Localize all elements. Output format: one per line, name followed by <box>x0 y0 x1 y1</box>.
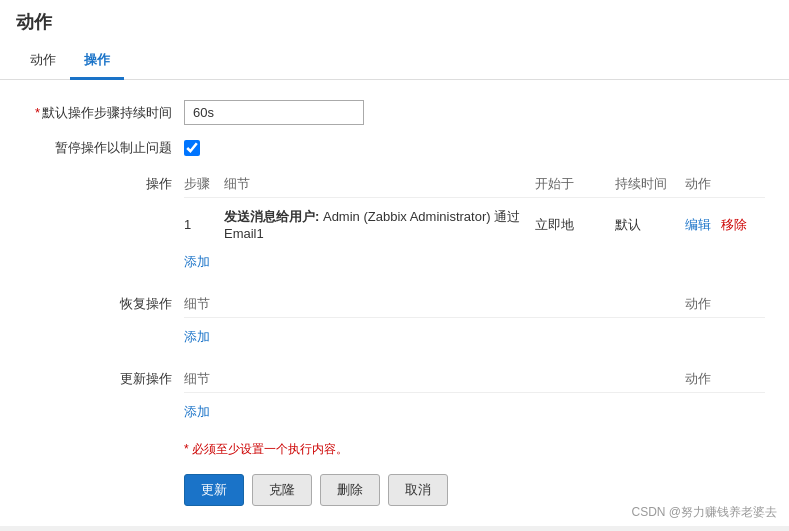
detail-text: 发送消息给用户: Admin (Zabbix Administrator) 通过… <box>224 208 535 241</box>
operations-label: 操作 <box>24 171 184 271</box>
recovery-col-detail: 细节 <box>184 295 685 313</box>
recovery-label: 恢复操作 <box>24 291 184 346</box>
recovery-content: 细节 动作 添加 <box>184 291 765 346</box>
page-wrapper: 动作 动作 操作 *默认操作步骤持续时间 暂停操作以制止问题 操作 步骤 <box>0 0 789 531</box>
duration-row: *默认操作步骤持续时间 <box>24 100 765 125</box>
start-value: 立即地 <box>535 216 615 234</box>
recovery-col-action: 动作 <box>685 295 765 313</box>
recovery-add-link[interactable]: 添加 <box>184 328 210 346</box>
tab-operation[interactable]: 操作 <box>70 43 124 80</box>
operations-add-link[interactable]: 添加 <box>184 253 210 271</box>
pause-row: 暂停操作以制止问题 <box>24 139 765 157</box>
action-links: 编辑 移除 <box>685 216 765 234</box>
page-title: 动作 <box>16 10 773 42</box>
remove-link[interactable]: 移除 <box>721 217 747 232</box>
update-button[interactable]: 更新 <box>184 474 244 506</box>
detail-prefix: 发送消息给用户: <box>224 209 319 224</box>
page-header: 动作 动作 操作 <box>0 0 789 80</box>
button-row: 更新 克隆 删除 取消 <box>24 474 765 506</box>
table-row: 1 发送消息给用户: Admin (Zabbix Administrator) … <box>184 202 765 247</box>
cancel-button[interactable]: 取消 <box>388 474 448 506</box>
update-col-detail: 细节 <box>184 370 685 388</box>
tabs: 动作 操作 <box>16 42 773 79</box>
update-section: 更新操作 细节 动作 添加 <box>24 366 765 421</box>
watermark: CSDN @努力赚钱养老婆去 <box>631 504 777 521</box>
col-action: 动作 <box>685 175 765 193</box>
operations-section: 操作 步骤 细节 开始于 持续时间 动作 1 发送消息给用户: Admin (Z… <box>24 171 765 271</box>
clone-button[interactable]: 克隆 <box>252 474 312 506</box>
pause-label: 暂停操作以制止问题 <box>24 139 184 157</box>
update-col-action: 动作 <box>685 370 765 388</box>
duration-value: 默认 <box>615 216 685 234</box>
detail-user: Admin (Zabbix Administrator) <box>323 209 491 224</box>
duration-label: *默认操作步骤持续时间 <box>24 104 184 122</box>
ops-table-header: 步骤 细节 开始于 持续时间 动作 <box>184 171 765 198</box>
delete-button[interactable]: 删除 <box>320 474 380 506</box>
col-duration: 持续时间 <box>615 175 685 193</box>
detail-via: 通过 <box>494 209 520 224</box>
recovery-table-header: 细节 动作 <box>184 291 765 318</box>
recovery-section: 恢复操作 细节 动作 添加 <box>24 291 765 346</box>
col-start: 开始于 <box>535 175 615 193</box>
operations-content: 步骤 细节 开始于 持续时间 动作 1 发送消息给用户: Admin (Zabb… <box>184 171 765 271</box>
tab-action[interactable]: 动作 <box>16 43 70 80</box>
col-step: 步骤 <box>184 175 224 193</box>
step-number: 1 <box>184 217 224 232</box>
col-detail: 细节 <box>224 175 535 193</box>
update-add-link[interactable]: 添加 <box>184 403 210 421</box>
update-table-header: 细节 动作 <box>184 366 765 393</box>
required-note: * 必须至少设置一个执行内容。 <box>24 441 765 458</box>
update-content: 细节 动作 添加 <box>184 366 765 421</box>
pause-checkbox[interactable] <box>184 140 200 156</box>
edit-link[interactable]: 编辑 <box>685 217 711 232</box>
required-star: * <box>35 105 40 120</box>
duration-input[interactable] <box>184 100 364 125</box>
detail-channel: Email1 <box>224 226 264 241</box>
update-label: 更新操作 <box>24 366 184 421</box>
content-area: *默认操作步骤持续时间 暂停操作以制止问题 操作 步骤 细节 开始于 持续时间 … <box>0 80 789 526</box>
pause-checkbox-wrapper <box>184 140 200 156</box>
